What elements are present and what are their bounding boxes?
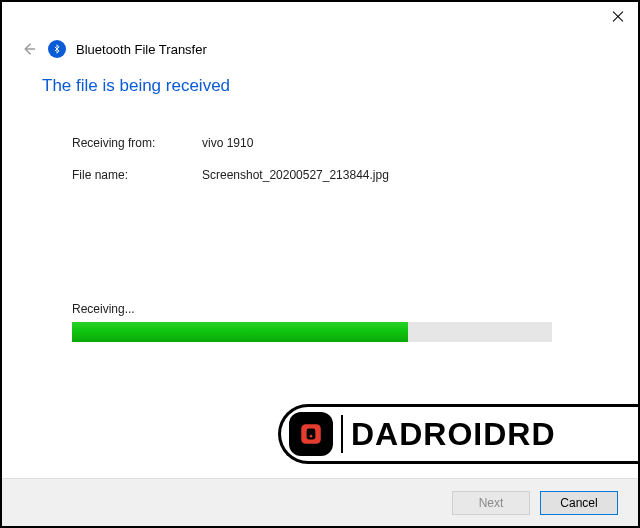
back-arrow-icon[interactable]: [20, 40, 38, 58]
receiving-from-value: vivo 1910: [202, 136, 253, 150]
wizard-footer: Next Cancel: [2, 478, 638, 526]
watermark-logo-icon: [289, 412, 333, 456]
receiving-from-row: Receiving from: vivo 1910: [42, 136, 598, 150]
file-name-row: File name: Screenshot_20200527_213844.jp…: [42, 168, 598, 182]
status-heading: The file is being received: [42, 76, 598, 96]
cancel-button[interactable]: Cancel: [540, 491, 618, 515]
file-name-value: Screenshot_20200527_213844.jpg: [202, 168, 389, 182]
progress-fill: [72, 322, 408, 342]
progress-bar: [72, 322, 552, 342]
svg-point-2: [310, 435, 313, 438]
bluetooth-icon: [48, 40, 66, 58]
receiving-from-label: Receiving from:: [72, 136, 202, 150]
watermark-text: DADROIDRD: [351, 416, 556, 453]
window-title: Bluetooth File Transfer: [76, 42, 207, 57]
file-name-label: File name:: [72, 168, 202, 182]
svg-rect-1: [307, 429, 316, 440]
watermark-separator: [341, 415, 343, 453]
close-icon[interactable]: [610, 9, 626, 25]
next-button: Next: [452, 491, 530, 515]
watermark-overlay: DADROIDRD: [278, 404, 638, 464]
wizard-header: Bluetooth File Transfer: [2, 32, 638, 76]
progress-label: Receiving...: [72, 302, 598, 316]
